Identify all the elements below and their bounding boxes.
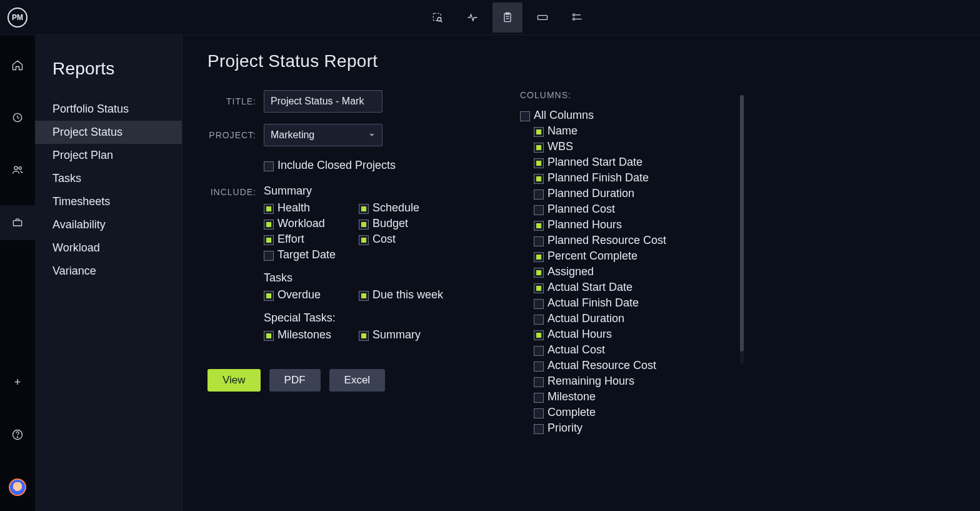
include-summary-cost[interactable]: Cost	[359, 231, 451, 247]
svg-point-8	[19, 167, 21, 169]
checkbox-label: Actual Hours	[548, 328, 612, 341]
reports-sidebar: Reports Portfolio StatusProject StatusPr…	[35, 35, 182, 511]
label-title: TITLE:	[208, 96, 264, 106]
column-remaining-hours[interactable]: Remaining Hours	[534, 373, 732, 389]
checkbox-box	[359, 291, 369, 301]
column-planned-hours[interactable]: Planned Hours	[534, 217, 732, 233]
app-logo[interactable]: PM	[0, 8, 35, 28]
checkbox-label: Cost	[372, 233, 396, 246]
checkbox-box	[534, 377, 544, 387]
column-all-columns[interactable]: All Columns	[520, 108, 732, 123]
nav-avatar[interactable]	[0, 470, 35, 505]
include-summary-budget[interactable]: Budget	[359, 216, 451, 231]
config-left: TITLE: PROJECT: Marketing Incl	[208, 90, 451, 436]
include-special-grid: MilestonesSummary	[264, 327, 451, 343]
column-planned-cost[interactable]: Planned Cost	[534, 201, 732, 217]
include-summary-workload[interactable]: Workload	[264, 216, 356, 231]
column-actual-start-date[interactable]: Actual Start Date	[534, 280, 732, 295]
nav-briefcase[interactable]	[0, 205, 35, 240]
sidebar-title: Reports	[35, 51, 182, 98]
column-actual-resource-cost[interactable]: Actual Resource Cost	[534, 358, 732, 373]
nav-help[interactable]	[0, 417, 35, 452]
actions-row: View PDF Excel	[208, 369, 451, 392]
sidebar-item-portfolio-status[interactable]: Portfolio Status	[35, 98, 182, 121]
sidebar-item-workload[interactable]: Workload	[35, 236, 182, 260]
checkbox-label: Due this week	[372, 288, 443, 301]
checkbox-box	[534, 424, 544, 434]
checkbox-label: Planned Finish Date	[548, 171, 649, 185]
checkbox-box	[520, 111, 530, 121]
include-closed-checkbox[interactable]: Include Closed Projects	[264, 158, 451, 173]
column-planned-finish-date[interactable]: Planned Finish Date	[534, 170, 732, 186]
sidebar-item-variance[interactable]: Variance	[35, 260, 182, 283]
column-planned-start-date[interactable]: Planned Start Date	[534, 154, 732, 170]
sidebar-item-tasks[interactable]: Tasks	[35, 167, 182, 190]
svg-point-4	[573, 14, 575, 16]
column-assigned[interactable]: Assigned	[534, 264, 732, 280]
checkbox-box	[534, 205, 544, 215]
checkbox-label: Planned Cost	[548, 203, 615, 216]
toolbar-activity[interactable]	[458, 3, 488, 33]
column-complete[interactable]: Complete	[534, 405, 732, 420]
column-priority[interactable]: Priority	[534, 420, 732, 436]
svg-rect-3	[538, 15, 548, 19]
sidebar-item-availability[interactable]: Availability	[35, 213, 182, 236]
include-special-summary[interactable]: Summary	[359, 327, 451, 343]
row-title: TITLE:	[208, 90, 451, 113]
help-icon	[11, 428, 24, 441]
checkbox-label: Complete	[548, 406, 596, 419]
include-tasks-due-this-week[interactable]: Due this week	[359, 287, 451, 303]
nav-clock[interactable]	[0, 100, 35, 135]
include-summary-effort[interactable]: Effort	[264, 231, 356, 247]
excel-button[interactable]: Excel	[329, 369, 386, 392]
column-planned-duration[interactable]: Planned Duration	[534, 186, 732, 201]
checkbox-label: Assigned	[548, 265, 594, 278]
sidebar-item-project-plan[interactable]: Project Plan	[35, 144, 182, 167]
columns-scrollbar[interactable]	[740, 95, 744, 364]
column-actual-finish-date[interactable]: Actual Finish Date	[534, 295, 732, 311]
sidebar-item-timesheets[interactable]: Timesheets	[35, 190, 182, 213]
toolbar-search[interactable]	[422, 3, 452, 33]
toolbar-timeline[interactable]	[562, 3, 592, 33]
checkbox-label: Budget	[372, 217, 408, 230]
nav-add[interactable]: +	[0, 365, 35, 400]
checkbox-box	[359, 235, 369, 245]
home-icon	[11, 59, 24, 71]
label-include: INCLUDE:	[208, 185, 264, 197]
columns-list: All ColumnsNameWBSPlanned Start DatePlan…	[520, 108, 732, 436]
include-summary-target-date[interactable]: Target Date	[264, 247, 356, 263]
project-select[interactable]: Marketing	[264, 124, 382, 146]
checkbox-box	[534, 190, 544, 200]
toolbar-projects[interactable]	[528, 3, 558, 33]
column-actual-cost[interactable]: Actual Cost	[534, 342, 732, 358]
nav-home[interactable]	[0, 48, 35, 83]
column-planned-resource-cost[interactable]: Planned Resource Cost	[534, 233, 732, 248]
include-summary-schedule[interactable]: Schedule	[359, 200, 451, 216]
checkbox-label: Schedule	[372, 201, 419, 215]
column-actual-hours[interactable]: Actual Hours	[534, 326, 732, 342]
view-button[interactable]: View	[208, 369, 261, 392]
column-actual-duration[interactable]: Actual Duration	[534, 311, 732, 326]
checkbox-box	[359, 220, 369, 230]
include-summary-health[interactable]: Health	[264, 200, 356, 216]
pdf-button[interactable]: PDF	[269, 369, 321, 392]
plus-icon: +	[14, 376, 21, 389]
toolbar-clipboard[interactable]	[492, 3, 522, 33]
title-input[interactable]	[264, 90, 382, 113]
column-percent-complete[interactable]: Percent Complete	[534, 248, 732, 264]
checkbox-label: Planned Start Date	[548, 156, 642, 169]
sidebar-item-project-status[interactable]: Project Status	[35, 121, 182, 144]
checkbox-label: Percent Complete	[548, 250, 638, 263]
nav-people[interactable]	[0, 153, 35, 188]
column-milestone[interactable]: Milestone	[534, 389, 732, 405]
checkbox-label: Target Date	[278, 248, 336, 261]
checkbox-label: Effort	[278, 233, 304, 246]
row-closed-projects: Include Closed Projects	[208, 158, 451, 173]
column-wbs[interactable]: WBS	[534, 139, 732, 154]
checkbox-label: Actual Start Date	[548, 281, 632, 294]
column-name[interactable]: Name	[534, 123, 732, 139]
include-tasks-overdue[interactable]: Overdue	[264, 287, 356, 303]
search-zoom-icon	[431, 11, 444, 24]
checkbox-box	[264, 235, 274, 245]
include-special-milestones[interactable]: Milestones	[264, 327, 356, 343]
